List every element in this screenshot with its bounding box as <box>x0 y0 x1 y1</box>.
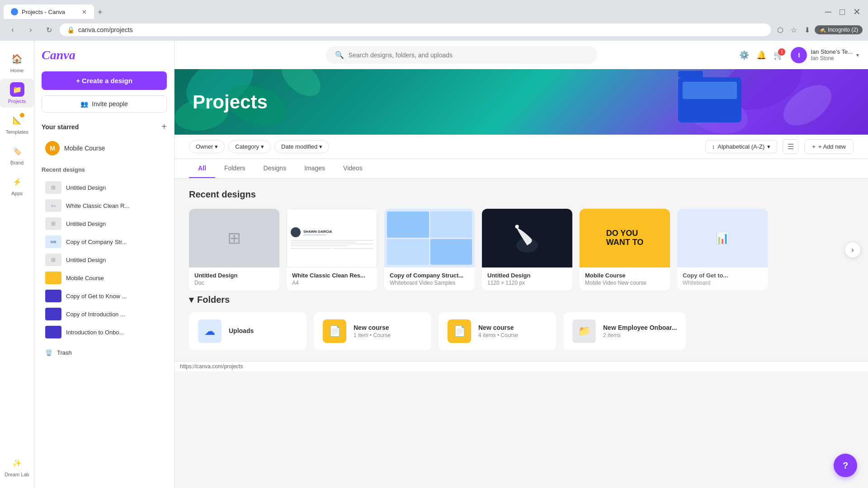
folder-card-uploads[interactable]: ☁ Uploads <box>189 312 307 350</box>
date-filter-icon: ▾ <box>319 143 322 150</box>
help-button[interactable]: ? <box>834 454 857 477</box>
sort-button[interactable]: ↕ Alphabetical (A-Z) ▾ <box>705 140 778 153</box>
sidebar-item-templates[interactable]: 📐 Templates <box>0 109 34 138</box>
cart-button[interactable]: 🛒 1 <box>774 50 783 60</box>
category-filter-button[interactable]: Category ▾ <box>228 140 271 153</box>
forward-button[interactable]: › <box>24 23 38 37</box>
folder-card-employee[interactable]: 📁 New Employee Onboar... 2 items <box>563 312 686 350</box>
projects-icon: 📁 <box>10 82 24 97</box>
active-tab[interactable]: Projects - Canva ✕ <box>4 5 94 19</box>
folder-card-newcourse1[interactable]: 📄 New course 1 item • Course <box>314 312 431 350</box>
recent-item-2[interactable]: ⊞ Untitled Design <box>42 215 167 233</box>
folder-info-uploads: Uploads <box>229 327 254 335</box>
folder-info-employee: New Employee Onboar... 2 items <box>603 324 677 338</box>
invite-people-button[interactable]: 👥 Invite people <box>42 95 167 113</box>
main-content: 🔍 ⚙️ 🔔 🛒 1 I Ian Stone's Te... Ian Stone <box>175 41 868 488</box>
tab-title: Projects - Canva <box>22 9 65 15</box>
add-new-button[interactable]: + + Add new <box>804 139 854 154</box>
recent-item-7[interactable]: Copy of Introduction ... <box>42 305 167 323</box>
mobile-course-text: DO YOUWANT TO <box>603 225 647 251</box>
recent-thumb-7 <box>45 308 61 320</box>
recent-name-4: Untitled Design <box>66 257 106 263</box>
incognito-badge[interactable]: 🕵 Incognito (2) <box>815 25 863 34</box>
sidebar-item-projects[interactable]: 📁 Projects <box>0 79 34 108</box>
folders-title[interactable]: ▾ Folders <box>189 294 854 305</box>
create-design-button[interactable]: + Create a design <box>42 71 167 90</box>
recent-item-3[interactable]: WB Copy of Company Str... <box>42 233 167 251</box>
recent-item-8[interactable]: Introduction to Onbo... <box>42 323 167 341</box>
starred-avatar: M <box>45 141 60 155</box>
sidebar-item-dreamlab[interactable]: ✨ Dream Lab <box>0 452 34 481</box>
tab-images[interactable]: Images <box>295 159 334 178</box>
browser-tabs: Projects - Canva ✕ + ─ □ ✕ <box>0 0 868 19</box>
notifications-button[interactable]: 🔔 <box>756 50 766 60</box>
design-card-3[interactable]: Untitled Design 1120 × 1120 px <box>482 209 572 291</box>
recent-name-2: Untitled Design <box>66 221 106 227</box>
search-bar[interactable]: 🔍 <box>326 46 597 64</box>
sort-area: ↕ Alphabetical (A-Z) ▾ ☰ + + Add new <box>705 139 854 154</box>
recent-item-4[interactable]: ⊞ Untitled Design <box>42 251 167 269</box>
close-button[interactable]: ✕ <box>849 6 864 17</box>
tab-all[interactable]: All <box>189 159 215 178</box>
design-name-1: White Classic Clean Res... <box>292 272 372 279</box>
folder-card-newcourse2[interactable]: 📄 New course 4 items • Course <box>439 312 556 350</box>
address-bar[interactable]: 🔒 canva.com/projects <box>60 23 771 36</box>
view-toggle-button[interactable]: ☰ <box>783 139 799 154</box>
help-icon: ? <box>843 460 848 471</box>
back-button[interactable]: ‹ <box>5 23 20 37</box>
user-chevron-icon: ▾ <box>856 52 859 58</box>
recent-item-6[interactable]: Copy of Get to Know ... <box>42 287 167 305</box>
starred-item-name: Mobile Course <box>64 145 105 152</box>
download-icon[interactable]: ⬇ <box>802 24 813 36</box>
left-panel: Canva + Create a design 👥 Invite people … <box>34 41 175 488</box>
recent-item-5[interactable]: Mobile Course <box>42 269 167 287</box>
design-info-2: Copy of Company Struct... Whiteboard Vid… <box>384 267 475 291</box>
sidebar-item-brand[interactable]: 🏷️ Brand <box>0 140 34 169</box>
design-card-5[interactable]: 📊 Copy of Get to... Whiteboard <box>677 209 768 291</box>
reload-button[interactable]: ↻ <box>42 23 56 37</box>
user-profile[interactable]: I Ian Stone's Te... Ian Stone ▾ <box>791 47 859 63</box>
incognito-icon: 🕵 <box>819 27 826 33</box>
sidebar-item-home[interactable]: 🏠 Home <box>0 48 34 77</box>
star-icon[interactable]: ☆ <box>788 24 800 36</box>
tab-favicon <box>11 8 18 15</box>
owner-filter-icon: ▾ <box>215 143 218 150</box>
list-view-icon: ☰ <box>788 143 794 150</box>
scroll-right-button[interactable]: › <box>844 242 861 258</box>
sort-chevron-icon: ▾ <box>767 143 770 150</box>
tab-designs[interactable]: Designs <box>255 159 296 178</box>
recent-item-0[interactable]: ⊞ Untitled Design <box>42 178 167 197</box>
app-container: 🏠 Home 📁 Projects 📐 Templates 🏷️ Brand ⚡… <box>0 41 868 488</box>
recent-name-3: Copy of Company Str... <box>66 239 127 245</box>
design-card-2[interactable]: Copy of Company Struct... Whiteboard Vid… <box>384 209 475 291</box>
minimize-button[interactable]: ─ <box>821 6 835 17</box>
design-thumb-4: DO YOUWANT TO <box>580 209 670 267</box>
design-card-1[interactable]: SHAWN GARCIA <box>287 209 377 291</box>
new-tab-button[interactable]: + <box>94 6 106 19</box>
starred-add-button[interactable]: + <box>161 122 167 132</box>
recent-item-1[interactable]: A4 White Classic Clean R... <box>42 197 167 215</box>
owner-filter-button[interactable]: Owner ▾ <box>189 140 225 153</box>
sidebar: 🏠 Home 📁 Projects 📐 Templates 🏷️ Brand ⚡… <box>0 41 34 488</box>
tab-videos[interactable]: Videos <box>334 159 372 178</box>
tab-close-btn[interactable]: ✕ <box>82 9 87 15</box>
svg-point-4 <box>275 69 327 103</box>
maximize-button[interactable]: □ <box>836 6 849 17</box>
design-card-0[interactable]: ⊞ Untitled Design Doc <box>189 209 279 291</box>
design-card-4[interactable]: DO YOUWANT TO Mobile Course Mobile Video… <box>580 209 670 291</box>
tab-folders[interactable]: Folders <box>215 159 255 178</box>
starred-item-mobile-course[interactable]: M Mobile Course <box>42 137 167 159</box>
settings-button[interactable]: ⚙️ <box>739 50 749 60</box>
folder-name-employee: New Employee Onboar... <box>603 324 677 331</box>
recent-name-7: Copy of Introduction ... <box>66 311 125 318</box>
employee-folder-icon: 📁 <box>572 319 596 343</box>
trash-item[interactable]: 🗑️ Trash <box>42 347 167 359</box>
folder-info-newcourse2: New course 4 items • Course <box>478 324 518 338</box>
recent-name-0: Untitled Design <box>66 184 106 191</box>
search-input[interactable] <box>349 52 588 59</box>
cast-icon[interactable]: ⬡ <box>774 24 786 36</box>
sidebar-label-dreamlab: Dream Lab <box>5 472 29 477</box>
sidebar-item-apps[interactable]: ⚡ Apps <box>0 171 34 200</box>
date-filter-button[interactable]: Date modified ▾ <box>274 140 329 153</box>
design-thumb-0: ⊞ <box>189 209 279 267</box>
